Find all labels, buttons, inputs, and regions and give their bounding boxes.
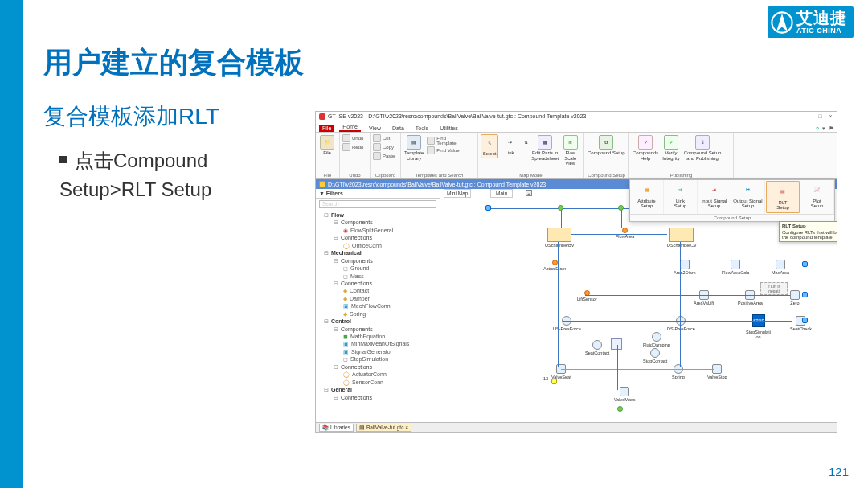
tab-file[interactable]: File [319, 125, 334, 132]
block-stopcontact[interactable]: StopContact [643, 348, 667, 363]
mini-map-toggle[interactable]: Mini Map [444, 189, 471, 198]
doc-title: D:\GTI\v2023\resrc\compounds\BallValve\B… [328, 182, 546, 187]
input-signal-setup-button[interactable]: ⇥ Input Signal Setup [698, 180, 731, 214]
tree-gen-connections[interactable]: Connections [317, 394, 438, 401]
compounds-help-button[interactable]: ? Compounds Help [632, 134, 659, 162]
block-ds-chamber[interactable]: DSchamberCV [667, 228, 697, 248]
window-close-button[interactable]: × [828, 113, 833, 119]
plot-setup-button[interactable]: 📈 Plot Setup [800, 180, 834, 214]
flag-icon[interactable]: ⚑ [829, 125, 833, 132]
link-button[interactable]: ⇢ Link [501, 134, 518, 157]
tree-mass[interactable]: Mass [317, 273, 438, 280]
slide-title: 用户建立的复合模板 [43, 43, 304, 83]
block-valveseat[interactable]: ValveSeat [551, 364, 571, 379]
tree-ground[interactable]: Ground [317, 265, 438, 272]
tree-ctrl-connections[interactable]: Connections [317, 363, 438, 371]
window-min-button[interactable]: — [807, 113, 813, 119]
block-areavslift[interactable]: AreaVsLift [694, 290, 714, 306]
link-setup-button[interactable]: ⇉ Link Setup [664, 180, 698, 214]
block-maxarea[interactable]: MaxArea [772, 260, 789, 275]
tree-general[interactable]: General [317, 386, 438, 393]
tree-flowsplitgeneral[interactable]: FlowSplitGeneral [317, 227, 438, 234]
block-seatcontact[interactable]: SeatContact [585, 340, 609, 355]
find-template-button[interactable]: Find Template [427, 136, 459, 146]
tree-orificeconn[interactable]: OrificeConn [317, 242, 438, 249]
tab-document[interactable]: ▤ BallValve-tut.gtc × [356, 424, 411, 432]
slide-accent-bar [0, 0, 23, 488]
tree-flow-connections[interactable]: Connections [317, 234, 438, 241]
tree-contact[interactable]: Contact [317, 287, 438, 294]
undo-button[interactable]: Undo [342, 134, 363, 142]
tree-ctrl-components[interactable]: Components [317, 326, 438, 333]
main-tab-label[interactable]: Main [490, 189, 513, 198]
output-signal-icon: ↦ [740, 182, 756, 198]
tree-mechanical[interactable]: Mechanical [317, 249, 438, 256]
verify-integrity-button[interactable]: ✓ Verify Integrity [661, 134, 680, 162]
tree-mechflowconn[interactable]: MechFlowConn [317, 302, 438, 310]
block-spring[interactable]: Spring [672, 364, 685, 379]
copy-button[interactable]: Copy [373, 143, 395, 151]
file-button[interactable]: 📁 File [318, 134, 336, 157]
app-window-title: GT-ISE v2023 - D:\GTI\v2023\resrc\compou… [328, 113, 586, 119]
tab-utilities[interactable]: Utilities [436, 125, 461, 132]
block-junction[interactable] [611, 338, 622, 350]
block-ds-presforce[interactable]: DS-PresForce [667, 316, 695, 331]
tab-data[interactable]: Data [389, 125, 407, 132]
help-icons: ? ▾ ⚑ [816, 125, 833, 132]
zoom-button[interactable]: + [526, 190, 532, 196]
tree-flow-components[interactable]: Components [317, 219, 438, 226]
redo-button[interactable]: Redo [342, 143, 363, 151]
tab-view[interactable]: View [366, 125, 384, 132]
select-button[interactable]: ↖ Select [481, 134, 498, 158]
rlt-setup-button[interactable]: ▤ RLT Setup [766, 181, 800, 213]
paste-button[interactable]: Paste [373, 152, 395, 160]
block-area2diam[interactable]: Area2Diam [674, 260, 696, 275]
tree-mathequation[interactable]: MathEquation [317, 333, 438, 340]
block-zero[interactable]: Zero [790, 290, 800, 306]
popup-label: Compound Setup [630, 214, 834, 221]
output-signal-setup-button[interactable]: ↦ Output Signal Setup [731, 180, 765, 214]
compound-setup-button[interactable]: ⧉ Compound Setup [587, 134, 626, 157]
dropdown-icon[interactable]: ▾ [822, 125, 825, 132]
tree-flow[interactable]: Flow [317, 211, 438, 219]
tree-damper[interactable]: Damper [317, 295, 438, 302]
tree-stopsimulation[interactable]: StopSimulation [317, 355, 438, 363]
group-label-mapmode: Map Mode [481, 172, 581, 178]
block-seatcheck[interactable]: SeatCheck [790, 316, 812, 331]
block-fluiddamping[interactable]: FluidDamping [643, 332, 670, 347]
template-library-button[interactable]: ▤ Template Library [403, 134, 424, 162]
find-value-button[interactable]: Find Value [427, 146, 459, 154]
diagram-canvas[interactable]: Mini Map Main + 1 Limit area to ups to 4… [440, 189, 837, 422]
block-liftsensor[interactable]: LiftSensor [577, 290, 597, 301]
tree-control[interactable]: Control [317, 318, 438, 325]
block-stopsim-label: StopSimulati on [746, 329, 771, 339]
help-icon[interactable]: ? [816, 126, 819, 132]
tree-minmax[interactable]: MinMaxMeanOfSignals [317, 340, 438, 347]
attribute-setup-button[interactable]: ▦ Attribute Setup [630, 180, 664, 214]
tab-tools[interactable]: Tools [412, 125, 432, 132]
cut-button[interactable]: Cut [373, 134, 395, 142]
search-input[interactable]: Search [319, 200, 436, 208]
block-us-chamber[interactable]: USchamberBV [545, 228, 574, 248]
tab-libraries[interactable]: 📚 Libraries [319, 424, 354, 432]
window-max-button[interactable]: □ [817, 113, 823, 119]
flow-scale-button[interactable]: ≋ Flow Scale View [559, 134, 581, 167]
block-actual-diam[interactable]: ActualDiam [543, 260, 566, 271]
tab-home[interactable]: Home [339, 123, 361, 132]
arrow-icons[interactable]: ⇅ [521, 134, 530, 150]
filters-header[interactable]: ▼ Filters [316, 189, 440, 199]
tree-sensorconn[interactable]: SensorConn [317, 379, 438, 386]
tree-mech-components[interactable]: Components [317, 257, 438, 265]
edit-parts-button[interactable]: ▦ Edit Parts in Spreadsheet [533, 134, 557, 162]
block-positivearea[interactable]: PositiveArea [738, 290, 763, 306]
compound-publishing-button[interactable]: ⇪ Compound Setup and Publishing [683, 134, 723, 162]
tree-actuatorconn[interactable]: ActuatorConn [317, 371, 438, 378]
window-controls: — □ × [804, 113, 833, 119]
block-flowareacalc[interactable]: FlowAreaCalc [722, 260, 749, 275]
flow-scale-icon: ≋ [563, 135, 578, 150]
block-flow-area[interactable]: FlowArea [616, 228, 634, 239]
block-valvestop[interactable]: ValveStop [707, 364, 727, 379]
tree-signalgenerator[interactable]: SignalGenerator [317, 348, 438, 355]
tree-mech-connections[interactable]: Connections [317, 280, 438, 287]
tree-spring[interactable]: Spring [317, 310, 438, 318]
